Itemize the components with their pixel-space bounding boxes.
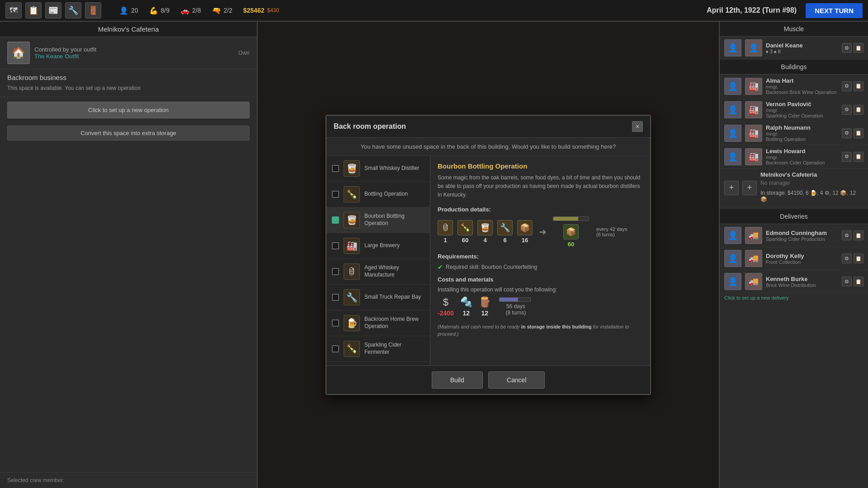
building-avatar: 🏠 bbox=[7, 42, 30, 64]
money-change: $430 bbox=[267, 7, 279, 14]
operation-item[interactable]: 🛢 Aged Whiskey Manufacture bbox=[326, 259, 430, 285]
action-icon[interactable]: ⚙ bbox=[842, 277, 852, 286]
person-name: Edmond Cunningham bbox=[766, 230, 838, 236]
costs-row: $ -2400 🔩 12 🪵 12 bbox=[438, 296, 643, 317]
modal-header: Back room operation × bbox=[326, 116, 650, 138]
exit-icon[interactable]: 🚪 bbox=[85, 2, 101, 19]
operation-item[interactable]: 🔧 Small Truck Repair Bay bbox=[326, 285, 430, 310]
action-icon[interactable]: 📋 bbox=[854, 230, 863, 240]
delivery-icon: 🚚 bbox=[745, 273, 762, 290]
prod-item: 📦 16 bbox=[517, 220, 533, 244]
action-icon[interactable]: ⚙ bbox=[842, 128, 852, 138]
next-turn-button[interactable]: NEXT TURN bbox=[806, 3, 863, 18]
op-name: Backroom Home Brew Operation bbox=[364, 316, 425, 330]
settings-icon[interactable]: 🔧 bbox=[65, 2, 81, 19]
action-icon[interactable]: 📋 bbox=[854, 277, 863, 286]
action-icon[interactable]: 📋 bbox=[854, 43, 863, 53]
cancel-button[interactable]: Cancel bbox=[488, 371, 545, 389]
person-info: Vernon Pavlovič mngr. Sparkling Cider Op… bbox=[766, 101, 838, 118]
building-icon: 🏭 bbox=[745, 78, 762, 95]
agents-value: 20 bbox=[131, 7, 138, 14]
prod-icon-box: 📦 bbox=[517, 220, 533, 235]
op-checkbox[interactable] bbox=[332, 191, 339, 198]
list-icon[interactable]: 📋 bbox=[25, 2, 42, 19]
action-icon[interactable]: 📋 bbox=[854, 81, 863, 91]
person-role: mngr. bbox=[766, 108, 838, 113]
production-row: 🛢 1 🍾 60 🥃 4 🔧 6 bbox=[438, 216, 643, 248]
operation-item[interactable]: 🥃 Small Whiskey Distiller bbox=[326, 156, 430, 182]
op-checkbox[interactable] bbox=[332, 345, 339, 352]
materials-note: (Materials and cash need to be ready in … bbox=[438, 323, 643, 338]
owner-label: Own bbox=[238, 50, 250, 56]
weapons-value: 2/2 bbox=[224, 7, 232, 14]
person-actions: ⚙ 📋 bbox=[842, 81, 863, 91]
op-checkbox[interactable] bbox=[332, 242, 339, 249]
delivery-icon: 🚚 bbox=[745, 227, 762, 244]
money-value: $25462 bbox=[243, 7, 264, 14]
person-operation: Sparkling Cider Production bbox=[766, 236, 838, 242]
in-storage-label: In storage: $4100, 6 🍺, 4 ⚙, 12 📦, 12 📦 bbox=[760, 188, 863, 204]
person-info: Lewis Howard mngr. Backroom Cider Operat… bbox=[766, 148, 838, 165]
add-manager-button[interactable]: + bbox=[724, 181, 739, 195]
add-building-button[interactable]: + bbox=[742, 181, 757, 195]
cost-wood: 🪵 12 bbox=[479, 296, 491, 317]
action-icon[interactable]: 📋 bbox=[854, 105, 863, 115]
op-checkbox[interactable] bbox=[332, 319, 339, 327]
progress-bar-fill bbox=[553, 217, 578, 221]
op-checkbox-checked[interactable] bbox=[332, 216, 339, 224]
person-info: Ralph Neumann mngr. Bottling Operation bbox=[766, 124, 838, 142]
modal-close-button[interactable]: × bbox=[632, 121, 643, 132]
person-name: Vernon Pavlovič bbox=[766, 101, 838, 108]
operation-detail: Bourbon Bottling Operation Some magic fr… bbox=[430, 156, 650, 366]
convert-storage-button[interactable]: Convert this space into extra storage bbox=[7, 126, 250, 141]
person-name: Dorothy Kelly bbox=[766, 253, 838, 259]
person-role: mngr. bbox=[766, 131, 838, 136]
op-checkbox[interactable] bbox=[332, 294, 339, 301]
costs-subtitle: Installing this operation will cost you … bbox=[438, 286, 643, 293]
action-icon[interactable]: 📋 bbox=[854, 128, 863, 138]
action-icon[interactable]: ⚙ bbox=[842, 43, 852, 53]
person-actions: ⚙ 📋 bbox=[842, 128, 863, 138]
prod-icon-tool: 🔧 bbox=[497, 220, 513, 235]
operation-item-selected[interactable]: 🥃 Bourbon Bottling Operation bbox=[326, 207, 430, 233]
cafeteria-row: + + Melnikov's Cafeteria No manager In s… bbox=[720, 169, 868, 207]
action-icon[interactable]: ⚙ bbox=[842, 152, 852, 162]
person-operation: Backroom Brick Wine Operation bbox=[766, 89, 838, 95]
op-checkbox[interactable] bbox=[332, 165, 339, 172]
req-check-icon: ✔ bbox=[438, 263, 443, 271]
setup-operation-button[interactable]: Click to set up a new operation bbox=[7, 102, 250, 118]
map-icon[interactable]: 🗺 bbox=[5, 2, 22, 19]
action-icon[interactable]: ⚙ bbox=[842, 105, 852, 115]
action-icon[interactable]: ⚙ bbox=[842, 81, 852, 91]
action-icon[interactable]: ⚙ bbox=[842, 253, 852, 263]
buildings-section-title: Buildings bbox=[720, 60, 868, 75]
person-row: 👤 🏭 Vernon Pavlovič mngr. Sparkling Cide… bbox=[720, 98, 868, 122]
panel-title: Melnikov's Cafeteria bbox=[0, 22, 257, 37]
op-icon: 🔧 bbox=[344, 289, 360, 305]
agents-icon: 👤 bbox=[119, 6, 128, 15]
operation-item[interactable]: 🍺 Backroom Home Brew Operation bbox=[326, 310, 430, 336]
news-icon[interactable]: 📰 bbox=[45, 2, 61, 19]
op-checkbox[interactable] bbox=[332, 268, 339, 275]
action-icon[interactable]: 📋 bbox=[854, 152, 863, 162]
operation-item[interactable]: 🍾 Sparkling Cider Fermenter bbox=[326, 336, 430, 362]
weapons-stat: 🔫 2/2 bbox=[212, 6, 232, 15]
modal-footer: Build Cancel bbox=[326, 366, 650, 394]
operation-item[interactable]: 🏗 Backroom Brewery bbox=[326, 362, 430, 366]
muscle-value: 8/9 bbox=[161, 7, 170, 14]
operation-item[interactable]: 🏭 Large Brewery bbox=[326, 233, 430, 259]
requirements-label: Requirements: bbox=[438, 253, 643, 260]
prod-icon-output: 📦 bbox=[563, 224, 579, 239]
build-button[interactable]: Build bbox=[432, 371, 483, 389]
right-panel: Muscle 👤 👤 Daniel Keane ♦ 3 ♠ 8 ⚙ 📋 Buil… bbox=[719, 22, 868, 488]
action-icon[interactable]: ⚙ bbox=[842, 230, 852, 240]
avatar: 👤 bbox=[724, 250, 741, 267]
prod-num: 4 bbox=[483, 237, 486, 244]
new-delivery-button[interactable]: Click to set up a new delivery bbox=[720, 293, 868, 302]
person-actions: ⚙ 📋 bbox=[842, 253, 863, 263]
prod-item: 🍾 60 bbox=[458, 220, 473, 244]
action-icon[interactable]: 📋 bbox=[854, 253, 863, 263]
operation-item[interactable]: 🍾 Bottling Operation bbox=[326, 182, 430, 207]
wood-icon: 🪵 bbox=[479, 296, 491, 308]
person-role: mngr. bbox=[766, 155, 838, 160]
